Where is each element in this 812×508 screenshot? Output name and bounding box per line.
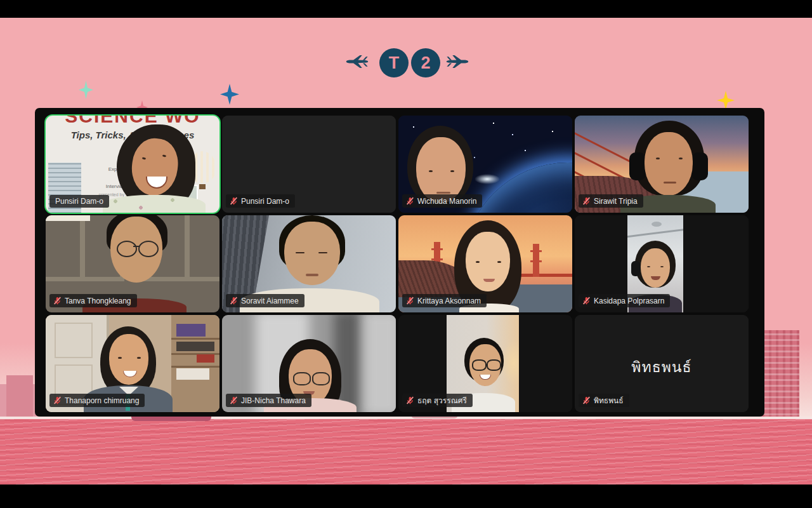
blur-blob	[363, 315, 396, 412]
video-tile-punsiri-off[interactable]: Punsiri Dam-o	[222, 116, 396, 213]
glasses	[293, 372, 311, 385]
poster-title: SCIENCE WO	[46, 116, 219, 127]
bridge-tower	[533, 244, 539, 277]
person-closed-eye	[296, 252, 304, 253]
video-tile-tharit[interactable]: ธฤต สุวรรณศรี	[398, 315, 572, 412]
video-tile-soravit[interactable]: Soravit Aiammee	[222, 215, 396, 312]
mic-muted-icon	[582, 297, 591, 305]
shelf-item	[176, 324, 206, 337]
mic-muted-icon	[406, 197, 414, 205]
sun-flare	[475, 174, 500, 184]
person-eye	[450, 170, 454, 172]
mic-muted-icon	[582, 396, 591, 404]
airplane-right-icon	[445, 53, 469, 70]
shelf-item	[176, 368, 209, 380]
person-eye	[656, 157, 660, 159]
headphone-cup	[691, 152, 708, 180]
glasses	[138, 241, 159, 257]
participant-name-label: Krittaya Aksonnam	[402, 294, 487, 307]
video-tile-jib-nicha[interactable]: JIB-Nicha Thawara	[222, 315, 396, 412]
mic-muted-icon	[230, 396, 238, 404]
ceiling-light	[46, 215, 90, 221]
person-mouth	[436, 192, 450, 194]
mic-muted-icon	[230, 297, 238, 305]
letterbox-bar-bottom	[0, 485, 812, 508]
participant-name-label: Soravit Aiammee	[226, 294, 304, 307]
person-face	[109, 334, 148, 385]
shelf-line	[171, 366, 219, 368]
participant-name: Thanaporn chimruang	[65, 397, 139, 404]
video-tile-punsiri-speaker[interactable]: SCIENCE WO Tips, Tricks, & Experiences P…	[46, 116, 219, 213]
participant-name-label: Kasidapa Polprasarn	[579, 294, 670, 307]
participant-name-label: ธฤต สุวรรณศรี	[402, 394, 473, 407]
sparkle-yellow-icon	[717, 91, 735, 110]
person-face	[645, 132, 693, 196]
page-background: T 2	[0, 0, 812, 508]
badge-t: T	[379, 48, 409, 77]
sparkle-navy-icon	[220, 84, 239, 105]
participant-name-label: พิทธพนธ์	[579, 394, 629, 407]
mic-muted-icon	[53, 396, 62, 404]
water	[0, 419, 812, 485]
glasses-bridge	[133, 246, 140, 247]
participant-name: Kasidapa Polprasarn	[594, 297, 664, 305]
mic-muted-icon	[406, 297, 414, 305]
participant-name-label: Thanaporn chimruang	[49, 394, 145, 407]
participant-name-label: Sirawit Tripia	[579, 194, 643, 208]
video-tile-wichuda[interactable]: Wichuda Manorin	[398, 116, 572, 213]
participant-name-label: JIB-Nicha Thawara	[226, 394, 311, 407]
participant-name-label: Punsiri Dam-o	[49, 195, 109, 208]
mic-muted-icon	[406, 396, 414, 404]
participant-name: ธฤต สุวรรณศรี	[417, 397, 467, 404]
video-tile-kasidapa[interactable]: Kasidapa Polprasarn	[575, 215, 749, 312]
participant-name: Sirawit Tripia	[594, 197, 638, 205]
letterbox-bar-top	[0, 0, 812, 18]
meeting-window: SCIENCE WO Tips, Tricks, & Experiences P…	[35, 108, 764, 417]
participant-name: Soravit Aiammee	[241, 297, 299, 305]
ceiling-lamp	[652, 222, 662, 227]
participant-name: Punsiri Dam-o	[241, 197, 289, 205]
person-eye	[660, 266, 664, 267]
person-mouth	[483, 279, 495, 282]
person-closed-eye	[318, 252, 327, 253]
building-silhouette	[6, 375, 33, 421]
sparkle-teal-icon	[79, 81, 93, 99]
glasses	[117, 241, 137, 257]
badge-t-text: T	[389, 53, 400, 73]
person-mouth	[664, 182, 676, 184]
person-eye	[647, 266, 650, 267]
participant-name: Krittaya Aksonnam	[417, 297, 481, 305]
ceiling-line	[627, 227, 683, 239]
video-tile-thanaporn[interactable]: Thanaporn chimruang	[46, 315, 219, 412]
participant-name-label: Wichuda Manorin	[402, 194, 482, 208]
headphone-cup	[629, 152, 646, 180]
glasses	[487, 359, 501, 371]
door-panel	[55, 323, 93, 358]
mic-muted-icon	[53, 297, 62, 305]
video-tile-tanva[interactable]: Tanva Thongkleang	[46, 215, 219, 312]
person-eye	[679, 157, 683, 159]
person-eye	[476, 261, 480, 263]
airplane-left-icon	[345, 53, 369, 70]
shelf-item	[176, 342, 214, 351]
participant-name: Tanva Thongkleang	[65, 297, 131, 305]
participant-name: Wichuda Manorin	[417, 197, 476, 205]
video-tile-pittapon[interactable]: พิทธพนธ์ พิทธพนธ์	[575, 315, 749, 412]
balloon-basket	[199, 184, 206, 189]
person-eye	[137, 357, 141, 359]
participant-name: JIB-Nicha Thawara	[241, 397, 306, 404]
headphone-cup	[631, 261, 640, 276]
warm-lamp-glow	[501, 340, 519, 385]
badge-2: 2	[411, 48, 440, 77]
shelf-line	[171, 338, 219, 340]
video-tile-krittaya[interactable]: Krittaya Aksonnam	[398, 215, 572, 312]
video-grid: SCIENCE WO Tips, Tricks, & Experiences P…	[46, 116, 749, 412]
person-shoulders	[103, 195, 206, 213]
mic-muted-icon	[582, 197, 591, 205]
participant-name: Punsiri Dam-o	[55, 197, 103, 205]
video-tile-sirawit[interactable]: Sirawit Tripia	[575, 116, 749, 213]
glasses	[472, 359, 487, 371]
participant-name-label: Punsiri Dam-o	[226, 194, 295, 208]
person-face	[466, 232, 510, 291]
badge-2-text: 2	[421, 53, 430, 73]
